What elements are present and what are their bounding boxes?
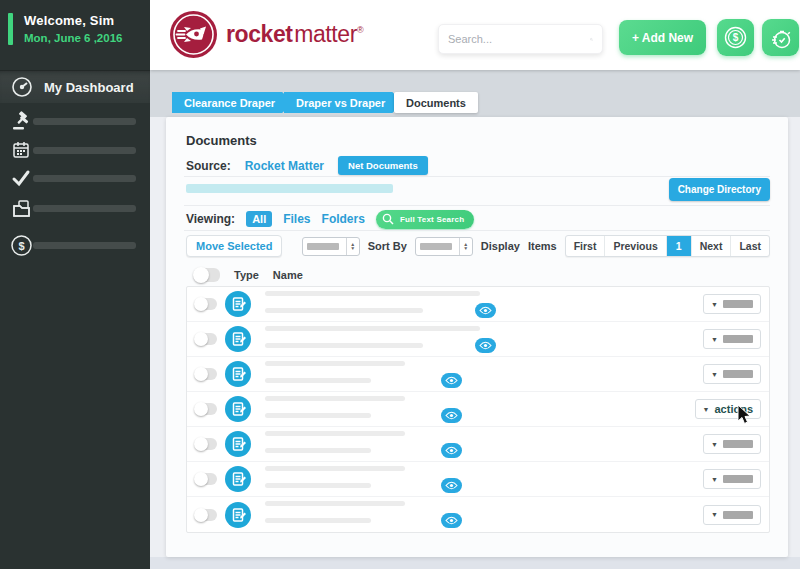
select-value-placeholder (307, 243, 339, 250)
checkmark-icon (9, 166, 33, 190)
preview-eye-icon[interactable] (441, 408, 462, 423)
document-name-placeholder (265, 466, 462, 493)
toggle-knob (194, 332, 208, 346)
stopwatch-icon (768, 25, 794, 51)
column-header-type: Type (234, 269, 259, 281)
pagination-page-1[interactable]: 1 (667, 236, 692, 256)
source-selector: Source: Rocket Matter Net Documents (186, 156, 428, 175)
pagination-previous[interactable]: Previous (605, 236, 666, 256)
billing-button[interactable]: $ (717, 19, 754, 56)
document-type-icon[interactable] (225, 466, 251, 492)
row-select-toggle[interactable] (195, 333, 217, 345)
sidebar-item-dashboard[interactable]: My Dashboard (0, 70, 150, 103)
page-title: Documents (186, 133, 257, 148)
svg-text:$: $ (18, 239, 24, 251)
divider (184, 205, 770, 206)
source-net-documents-button[interactable]: Net Documents (338, 156, 428, 175)
row-select-toggle[interactable] (195, 473, 217, 485)
select-stepper-icon: ▲▼ (459, 238, 472, 255)
preview-eye-icon[interactable] (441, 373, 462, 388)
sidebar-item-documents[interactable] (0, 195, 150, 221)
row-actions-dropdown[interactable]: ▼ (703, 469, 761, 489)
brand-logo[interactable]: rocket matter® (170, 11, 363, 58)
folder-documents-icon (9, 196, 33, 220)
preview-eye-icon[interactable] (441, 478, 462, 493)
document-type-icon[interactable] (225, 431, 251, 457)
name-line-1 (265, 501, 405, 506)
row-select-toggle[interactable] (195, 438, 217, 450)
search-input[interactable] (448, 33, 590, 45)
name-line-2 (265, 308, 423, 313)
row-actions-dropdown[interactable]: ▼ (703, 294, 761, 314)
chevron-down-icon: ▼ (711, 441, 718, 448)
document-type-icon[interactable] (225, 502, 251, 528)
document-name-placeholder (265, 291, 496, 318)
row-select-toggle[interactable] (195, 298, 217, 310)
document-type-icon[interactable] (225, 361, 251, 387)
pagination-first[interactable]: First (566, 236, 606, 256)
source-rocket-matter-link[interactable]: Rocket Matter (245, 159, 324, 173)
table-header: Type Name (186, 263, 770, 286)
gavel-icon (9, 109, 33, 133)
display-count-select[interactable]: ▲▼ (415, 237, 473, 256)
row-actions-dropdown[interactable]: ▼ (703, 434, 761, 454)
name-line-1 (265, 396, 405, 401)
actions-placeholder (723, 370, 753, 378)
select-stepper-icon: ▲▼ (346, 238, 359, 255)
table-row: ▼ (187, 357, 769, 392)
select-all-toggle[interactable] (194, 268, 220, 282)
viewing-filter-row: Viewing: All Files Folders Full Text Sea… (186, 209, 474, 229)
select-value-placeholder (420, 243, 452, 250)
welcome-accent-bar (8, 13, 13, 45)
pagination-last[interactable]: Last (731, 236, 769, 256)
move-selected-button[interactable]: Move Selected (186, 235, 282, 257)
preview-eye-icon[interactable] (475, 338, 496, 353)
table-row: ▼ (187, 497, 769, 532)
sidebar-item-billing[interactable]: $ (0, 232, 150, 258)
name-line-1 (265, 361, 405, 366)
sort-field-select[interactable]: ▲▼ (302, 237, 360, 256)
filter-files-button[interactable]: Files (283, 212, 310, 226)
timer-button[interactable] (762, 19, 799, 56)
actions-placeholder (723, 440, 753, 448)
row-select-toggle[interactable] (195, 509, 217, 521)
row-select-toggle[interactable] (195, 368, 217, 380)
chevron-down-icon: ▼ (703, 406, 710, 413)
sidebar-item-calendar[interactable] (0, 137, 150, 163)
change-directory-button[interactable]: Change Directory (669, 178, 770, 201)
full-text-search-button[interactable]: Full Text Search (376, 210, 474, 229)
preview-eye-icon[interactable] (475, 303, 496, 318)
document-type-icon[interactable] (225, 326, 251, 352)
welcome-text: Welcome, Sim (24, 13, 122, 28)
chevron-down-icon: ▼ (711, 301, 718, 308)
sidebar-item-placeholder (33, 175, 136, 182)
sidebar: Welcome, Sim Mon, June 6 ,2016 My Dashbo… (0, 0, 150, 569)
table-row: ▼ (187, 287, 769, 322)
row-actions-dropdown[interactable]: ▼ (703, 329, 761, 349)
sidebar-item-tasks[interactable] (0, 165, 150, 191)
document-type-icon[interactable] (225, 291, 251, 317)
dollar-coin-icon: $ (723, 25, 748, 50)
toggle-knob (194, 367, 208, 381)
filter-folders-button[interactable]: Folders (322, 212, 365, 226)
sidebar-item-placeholder (33, 205, 136, 212)
preview-eye-icon[interactable] (441, 443, 462, 458)
sidebar-item-placeholder (33, 118, 136, 125)
document-type-icon[interactable] (225, 396, 251, 422)
search-icon[interactable] (590, 31, 593, 48)
filter-all-button[interactable]: All (246, 211, 272, 227)
row-actions-dropdown[interactable]: ▼ (703, 505, 761, 525)
tab-draper-vs-draper[interactable]: Draper vs Draper (284, 92, 403, 113)
row-actions-dropdown[interactable]: ▼ (703, 364, 761, 384)
row-select-toggle[interactable] (195, 403, 217, 415)
add-new-button[interactable]: + Add New (619, 20, 706, 55)
tab-documents[interactable]: Documents (394, 92, 478, 113)
pagination-next[interactable]: Next (692, 236, 732, 256)
welcome-block: Welcome, Sim Mon, June 6 ,2016 (24, 13, 122, 44)
sidebar-item-matters[interactable] (0, 108, 150, 134)
row-actions-dropdown[interactable]: ▼ actions (695, 399, 761, 419)
tab-clearance-draper[interactable]: Clearance Draper (172, 92, 293, 113)
preview-eye-icon[interactable] (441, 513, 462, 528)
name-line-2 (265, 378, 371, 383)
name-line-2 (265, 483, 371, 488)
